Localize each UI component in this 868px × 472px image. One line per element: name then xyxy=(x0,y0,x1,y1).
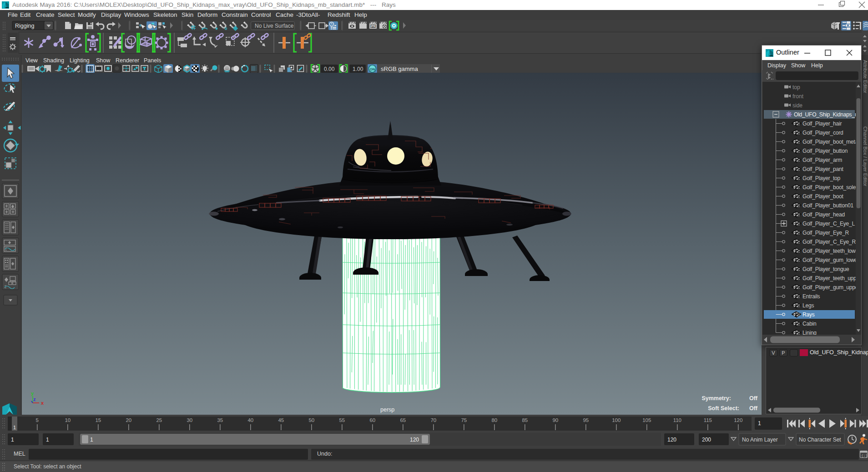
svg-text:{;}: {;} xyxy=(861,453,868,457)
svg-text:Legs: Legs xyxy=(802,302,814,309)
svg-text:50: 50 xyxy=(308,417,314,423)
svg-text:Golf_Player_gum_lower: Golf_Player_gum_lower xyxy=(802,257,856,263)
svg-text:115: 115 xyxy=(704,417,712,423)
svg-text:Golf_Player_teeth_lower: Golf_Player_teeth_lower xyxy=(802,248,856,254)
svg-text:Golf_Player_pant: Golf_Player_pant xyxy=(802,166,843,172)
svg-text:Rays: Rays xyxy=(802,311,815,318)
svg-text:Rigging: Rigging xyxy=(15,23,34,29)
svg-text:200: 200 xyxy=(702,437,711,443)
svg-text:Golf_Player_head: Golf_Player_head xyxy=(802,211,845,218)
svg-text:70: 70 xyxy=(430,417,436,423)
svg-text:90: 90 xyxy=(552,417,558,423)
svg-text:Cabin: Cabin xyxy=(802,321,816,327)
svg-text:120: 120 xyxy=(410,437,419,443)
svg-text:No Anim Layer: No Anim Layer xyxy=(742,437,778,443)
svg-text:IPR: IPR xyxy=(371,25,376,28)
svg-text:75: 75 xyxy=(461,417,467,423)
svg-text:1: 1 xyxy=(11,437,14,443)
svg-text:Golf_Player_button01: Golf_Player_button01 xyxy=(802,202,854,209)
svg-text:100: 100 xyxy=(612,417,621,423)
svg-text:persp: persp xyxy=(380,407,394,413)
svg-text:45: 45 xyxy=(278,417,284,423)
svg-text:sRGB gamma: sRGB gamma xyxy=(381,65,418,72)
svg-text:Golf_Player_hair: Golf_Player_hair xyxy=(802,121,842,127)
svg-text:Off: Off xyxy=(749,405,758,412)
svg-text:15: 15 xyxy=(95,417,101,423)
svg-text:0.00: 0.00 xyxy=(324,66,335,72)
svg-text:60: 60 xyxy=(369,417,375,423)
svg-text:120: 120 xyxy=(667,437,676,443)
svg-text:Golf_Player_gum_upper: Golf_Player_gum_upper xyxy=(802,284,856,291)
svg-text:80: 80 xyxy=(491,417,497,423)
svg-text:Golf_Player_arm: Golf_Player_arm xyxy=(802,157,842,163)
svg-text:55: 55 xyxy=(339,417,345,423)
svg-text:40: 40 xyxy=(247,417,253,423)
svg-text:5: 5 xyxy=(36,417,39,423)
svg-text:side: side xyxy=(792,102,802,109)
svg-text:front: front xyxy=(792,93,804,100)
svg-text:No Live Surface: No Live Surface xyxy=(255,23,294,29)
svg-text:ON: ON xyxy=(370,67,375,71)
svg-text:30: 30 xyxy=(187,417,192,423)
svg-text:120: 120 xyxy=(734,417,742,423)
svg-text:Symmetry:: Symmetry: xyxy=(701,395,731,402)
svg-text:No Character Set: No Character Set xyxy=(799,437,841,443)
svg-text:10: 10 xyxy=(65,417,71,423)
svg-text:Golf_Player_button: Golf_Player_button xyxy=(802,148,848,154)
svg-text:x: x xyxy=(41,400,44,406)
svg-text:1: 1 xyxy=(13,425,16,430)
svg-text:35: 35 xyxy=(217,417,223,423)
svg-text:1: 1 xyxy=(90,437,93,443)
svg-text:Golf_Player_cord: Golf_Player_cord xyxy=(802,130,843,136)
svg-text:Soft Select:: Soft Select: xyxy=(708,405,739,412)
svg-text:1.00: 1.00 xyxy=(353,66,363,72)
svg-text:20: 20 xyxy=(126,417,131,423)
svg-text:Golf_Player_tongue: Golf_Player_tongue xyxy=(802,266,849,272)
svg-text:Off: Off xyxy=(749,395,758,402)
svg-text:Golf_Player_boot: Golf_Player_boot xyxy=(802,193,843,200)
svg-text:Old_UFO_Ship_Kidnaps_nc: Old_UFO_Ship_Kidnaps_nc xyxy=(794,111,856,118)
svg-text:Golf_Player_top: Golf_Player_top xyxy=(802,175,841,181)
svg-text:Golf_Player_teeth_upper: Golf_Player_teeth_upper xyxy=(802,275,856,281)
svg-text:Lining: Lining xyxy=(802,330,817,335)
svg-text:Golf_Player_boot_sole: Golf_Player_boot_sole xyxy=(802,184,856,191)
svg-text:65: 65 xyxy=(400,417,406,423)
svg-text:85: 85 xyxy=(522,417,528,423)
svg-text:top: top xyxy=(792,84,800,90)
svg-text:105: 105 xyxy=(642,417,651,423)
svg-text:Golf_Player_Eye_R: Golf_Player_Eye_R xyxy=(802,230,849,236)
svg-text:110: 110 xyxy=(673,417,681,423)
svg-text:Entrails: Entrails xyxy=(802,293,820,300)
svg-text:z: z xyxy=(33,397,36,402)
svg-text:Golf_Player_C_Eye_R: Golf_Player_C_Eye_R xyxy=(802,239,856,245)
svg-text:1: 1 xyxy=(46,437,49,443)
svg-text:25: 25 xyxy=(156,417,162,423)
svg-text:y: y xyxy=(31,391,34,396)
svg-text:Golf_Player_C_Eye_L: Golf_Player_C_Eye_L xyxy=(802,221,855,227)
svg-text:95: 95 xyxy=(583,417,589,423)
svg-text:Golf_Player_boot_metal: Golf_Player_boot_metal xyxy=(802,139,856,145)
